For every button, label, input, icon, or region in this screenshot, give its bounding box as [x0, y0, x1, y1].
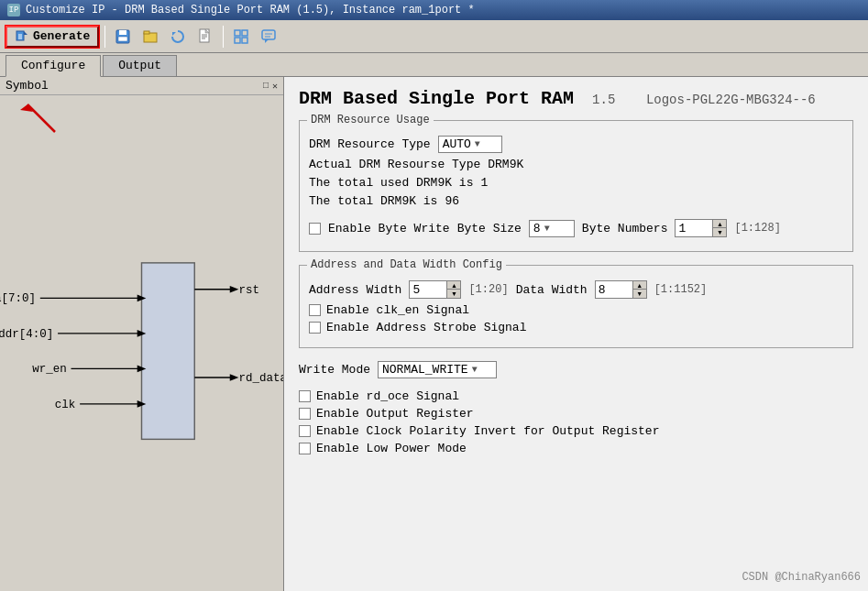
clk-en-label: Enable clk_en Signal: [326, 303, 469, 317]
byte-write-row-wrapper: Enable Byte Write Byte Size 8 ▼ Byte Num…: [309, 219, 843, 237]
drm-section-title: DRM Resource Usage: [307, 114, 434, 126]
refresh-button[interactable]: [166, 25, 190, 49]
total-label: The total DRM9K is: [309, 194, 437, 208]
save-button[interactable]: [111, 25, 135, 49]
svg-rect-18: [235, 38, 240, 43]
generate-button[interactable]: Generate: [5, 26, 99, 48]
address-width-input[interactable]: ▲ ▼: [409, 280, 461, 299]
data-width-label: Data Width: [516, 283, 588, 297]
addr-width-up[interactable]: ▲: [447, 281, 460, 290]
write-mode-arrow-icon: ▼: [472, 365, 478, 375]
right-panel-title: DRM Based Single Port RAM 1.5 Logos-PGL2…: [299, 88, 853, 109]
address-width-spinner: ▲ ▼: [446, 281, 460, 298]
svg-marker-21: [265, 39, 269, 43]
resource-type-row: DRM Resource Type AUTO ▼: [309, 136, 843, 153]
address-width-field[interactable]: [410, 281, 446, 298]
resource-type-dropdown[interactable]: AUTO ▼: [438, 136, 502, 153]
write-mode-row: Write Mode NORMAL_WRITE ▼: [299, 361, 853, 378]
tab-output[interactable]: Output: [103, 55, 177, 76]
app-icon: IP: [7, 4, 20, 16]
clk-en-checkbox[interactable]: [309, 304, 321, 316]
byte-numbers-label: Byte Numbers: [582, 222, 668, 235]
rd-oce-row: Enable rd_oce Signal: [299, 389, 853, 403]
enable-byte-write-label: Enable Byte Write: [328, 222, 450, 235]
version-text: 1.5 Logos-PGL22G-MBG324--6: [592, 93, 816, 107]
tab-configure[interactable]: Configure: [5, 55, 101, 77]
output-reg-label: Enable Output Register: [316, 407, 474, 421]
low-power-checkbox[interactable]: [299, 443, 311, 454]
data-width-spinner: ▲ ▼: [632, 281, 646, 298]
svg-rect-7: [118, 37, 127, 41]
svg-rect-26: [142, 263, 195, 440]
svg-rect-20: [262, 30, 275, 39]
addr-width-down[interactable]: ▼: [447, 290, 460, 298]
byte-numbers-up[interactable]: ▲: [713, 220, 726, 228]
byte-numbers-field[interactable]: [676, 220, 712, 236]
svg-marker-40: [230, 286, 239, 293]
address-range-label: [1:20]: [468, 283, 508, 296]
total-used-row: The total used DRM9K is 1: [309, 176, 843, 190]
svg-rect-11: [200, 29, 209, 42]
output-reg-checkbox[interactable]: [299, 408, 311, 420]
low-power-row: Enable Low Power Mode: [299, 442, 853, 455]
watermark: CSDN @ChinaRyan666: [742, 571, 861, 584]
resource-type-label: DRM Resource Type: [309, 137, 431, 151]
write-mode-label: Write Mode: [299, 363, 370, 377]
clock-polarity-label: Enable Clock Polarity Invert for Output …: [316, 424, 659, 438]
address-section-title: Address and Data Width Config: [307, 258, 506, 271]
panel-close-icon[interactable]: ✕: [272, 81, 278, 92]
data-range-label: [1:1152]: [654, 283, 708, 296]
svg-marker-1: [24, 31, 27, 35]
actual-type-label: Actual DRM Resourse Type: [309, 158, 480, 171]
low-power-label: Enable Low Power Mode: [316, 442, 467, 455]
data-width-down[interactable]: ▼: [633, 290, 646, 298]
symbol-area: wr_data[7:0] addr[4:0] wr_en clk rst: [0, 95, 283, 589]
byte-numbers-down[interactable]: ▼: [713, 228, 726, 236]
addr-strobe-checkbox[interactable]: [309, 322, 321, 334]
byte-numbers-input[interactable]: ▲ ▼: [675, 219, 727, 237]
toolbar-sep-2: [223, 26, 224, 48]
clock-polarity-checkbox[interactable]: [299, 425, 311, 437]
svg-rect-19: [242, 38, 247, 43]
svg-marker-10: [172, 32, 176, 36]
svg-text:addr[4:0]: addr[4:0]: [0, 328, 53, 341]
data-width-up[interactable]: ▲: [633, 281, 646, 290]
symbol-label: Symbol: [5, 79, 49, 93]
dropdown-arrow-icon: ▼: [475, 139, 480, 149]
data-width-field[interactable]: [596, 281, 632, 298]
write-mode-dropdown[interactable]: NORMAL_WRITE ▼: [378, 361, 497, 378]
actual-type-row: Actual DRM Resourse Type DRM9K: [309, 158, 843, 171]
byte-size-dropdown[interactable]: 8 ▼: [529, 220, 575, 237]
title-bar-text: Customize IP - DRM Based Single Port RAM…: [26, 4, 475, 16]
enable-byte-write-checkbox[interactable]: [309, 223, 321, 235]
svg-rect-16: [235, 30, 240, 36]
svg-text:wr_en: wr_en: [32, 363, 67, 376]
panel-restore-icon[interactable]: □: [263, 81, 269, 92]
data-width-input[interactable]: ▲ ▼: [595, 280, 647, 299]
svg-text:wr_data[7:0]: wr_data[7:0]: [0, 292, 36, 305]
addr-strobe-row: Enable Address Strobe Signal: [309, 321, 843, 334]
addr-strobe-label: Enable Address Strobe Signal: [326, 321, 526, 334]
grid-button[interactable]: [229, 25, 253, 49]
left-panel-icons: □ ✕: [263, 81, 278, 92]
rd-oce-checkbox[interactable]: [299, 390, 311, 402]
svg-rect-6: [119, 30, 126, 35]
svg-text:clk: clk: [55, 399, 76, 411]
rd-oce-label: Enable rd_oce Signal: [316, 389, 459, 403]
total-row: The total DRM9K is 96: [309, 194, 843, 208]
svg-rect-9: [144, 31, 149, 34]
address-width-row: Address Width ▲ ▼ [1:20] Data Width ▲ ▼: [309, 280, 843, 299]
open-button[interactable]: [138, 25, 162, 49]
byte-range-label: [1:128]: [734, 222, 780, 235]
clock-polarity-row: Enable Clock Polarity Invert for Output …: [299, 424, 853, 438]
byte-write-row: Enable Byte Write Byte Size 8 ▼ Byte Num…: [309, 219, 843, 237]
total-value: 96: [445, 194, 459, 208]
drm-resource-section: DRM Resource Usage DRM Resource Type AUT…: [299, 120, 853, 252]
generate-label: Generate: [33, 29, 90, 43]
svg-text:rst: rst: [238, 284, 259, 297]
byte-size-arrow-icon: ▼: [544, 224, 550, 234]
document-button[interactable]: [193, 25, 217, 49]
comment-button[interactable]: [257, 25, 280, 49]
svg-rect-17: [242, 30, 247, 36]
address-data-section: Address and Data Width Config Address Wi…: [299, 265, 853, 348]
